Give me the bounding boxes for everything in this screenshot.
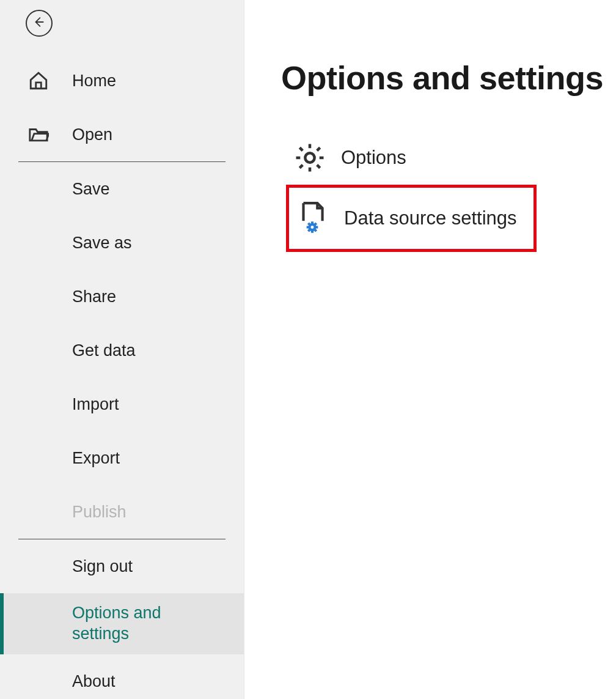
svg-point-1 [309,224,315,230]
sidebar-item-save-as[interactable]: Save as [0,216,244,270]
sidebar-item-export[interactable]: Export [0,431,244,485]
page-title: Options and settings [281,59,616,97]
sidebar-item-publish: Publish [0,485,244,539]
sidebar-item-label: Import [72,395,119,414]
document-gear-icon [296,201,344,236]
highlight-annotation: Data source settings [286,185,537,252]
sidebar-item-label: Share [72,287,116,306]
main-panel: Options and settings Options [244,0,616,699]
sidebar-item-label: Options and settings [72,603,213,645]
back-button[interactable] [26,10,53,37]
sidebar-item-home[interactable]: Home [0,54,244,108]
sidebar-item-label: About [72,672,116,691]
sidebar-item-label: Save [72,180,110,199]
sidebar-item-label: Open [72,125,112,144]
gear-icon [293,141,341,174]
arrow-left-icon [32,15,46,31]
sidebar-item-sign-out[interactable]: Sign out [0,539,244,593]
sidebar-item-label: Export [72,449,120,468]
sidebar-item-label: Publish [72,503,127,522]
home-icon [28,70,72,91]
sidebar-item-import[interactable]: Import [0,377,244,431]
sidebar-item-label: Sign out [72,557,133,576]
sidebar-item-share[interactable]: Share [0,270,244,324]
sidebar-item-open[interactable]: Open [0,108,244,161]
folder-open-icon [28,125,72,144]
sidebar-item-options-and-settings[interactable]: Options and settings [0,593,244,654]
sidebar-item-save[interactable]: Save [0,162,244,216]
svg-point-0 [305,153,314,162]
option-label: Options [341,147,406,169]
sidebar-item-label: Save as [72,234,132,253]
option-data-source-settings[interactable]: Data source settings [292,191,531,245]
sidebar-item-label: Home [72,72,116,91]
file-menu-sidebar: Home Open Save Save as Share Get data Im… [0,0,244,699]
sidebar-item-get-data[interactable]: Get data [0,324,244,377]
option-options[interactable]: Options [281,131,616,185]
sidebar-item-about[interactable]: About [0,654,244,699]
sidebar-item-label: Get data [72,341,136,360]
option-label: Data source settings [344,207,517,229]
